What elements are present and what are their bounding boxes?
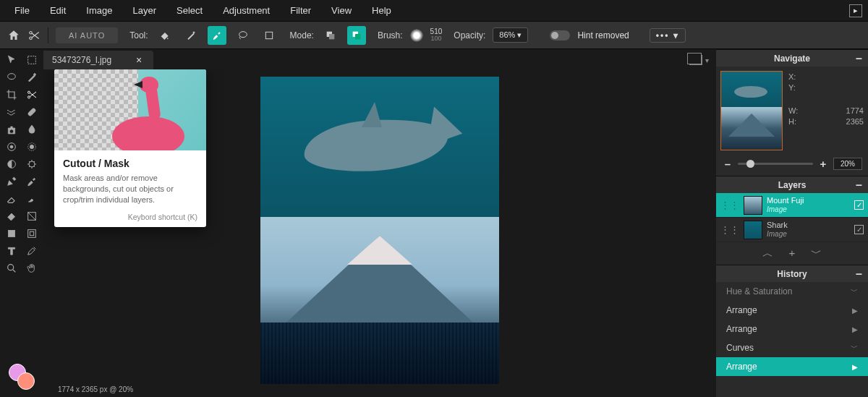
minimize-icon[interactable]: –	[856, 179, 862, 192]
history-item[interactable]: Hue & Saturation﹀	[716, 282, 868, 301]
marquee-tool-icon[interactable]	[25, 54, 38, 67]
zoom-value[interactable]: 20%	[833, 158, 862, 170]
drag-handle-icon[interactable]: ⋮⋮	[720, 200, 739, 210]
color-swatches[interactable]	[9, 364, 35, 390]
eraser-tool-icon[interactable]	[5, 192, 18, 205]
menu-image[interactable]: Image	[77, 2, 121, 19]
scissors-icon[interactable]	[27, 29, 41, 42]
menu-adjustment[interactable]: Adjustment	[214, 2, 278, 19]
close-tab-icon[interactable]: ×	[133, 54, 145, 66]
layer-add-icon[interactable]: +	[789, 247, 796, 260]
picker-tool-icon[interactable]	[25, 244, 38, 257]
nav-x-label: X:	[788, 72, 796, 81]
layer-thumbnail[interactable]	[744, 196, 762, 215]
window-arrange-icon[interactable]	[689, 55, 702, 65]
hand-tool-icon[interactable]	[25, 262, 38, 275]
zoom-slider[interactable]	[738, 163, 813, 165]
lasso-tool-icon[interactable]	[5, 71, 18, 84]
document-tabs: 53473276_l.jpg × ▾	[43, 49, 716, 69]
menu-filter[interactable]: Filter	[281, 2, 320, 19]
wand-tool-icon[interactable]	[25, 71, 38, 84]
layer-up-icon[interactable]: ︿	[762, 247, 773, 260]
nav-y-label: Y:	[788, 83, 796, 92]
home-icon[interactable]	[7, 29, 20, 42]
navigate-panel-header[interactable]: Navigate–	[716, 49, 868, 67]
text-tool-icon[interactable]	[5, 244, 18, 257]
detail-tool-icon[interactable]	[5, 140, 18, 153]
history-item[interactable]: Arrange▶	[716, 320, 868, 338]
fill-tool-icon[interactable]	[5, 210, 18, 223]
blur-tool-icon[interactable]	[25, 123, 38, 136]
document-tab[interactable]: 53473276_l.jpg ×	[43, 51, 153, 69]
menu-layer[interactable]: Layer	[124, 2, 166, 19]
nav-h-label: H:	[788, 117, 796, 126]
history-item[interactable]: Curves﹀	[716, 338, 868, 357]
zoom-in-button[interactable]: +	[817, 158, 829, 170]
zoom-tool-icon[interactable]	[5, 262, 18, 275]
canvas-layer-shark	[260, 77, 499, 217]
drag-handle-icon[interactable]: ⋮⋮	[720, 224, 739, 235]
tool-fill-icon[interactable]	[156, 26, 174, 45]
tool-lasso-icon[interactable]	[234, 26, 252, 45]
tooltip-shortcut: Keybord shortcut (K)	[63, 213, 197, 221]
options-toolbar: AI AUTO Tool: Mode: Brush: 510100 Opacit…	[0, 22, 868, 49]
brush-size-value[interactable]: 510100	[430, 28, 443, 42]
history-item[interactable]: Arrange▶	[716, 357, 868, 376]
crop-tool-icon[interactable]	[5, 88, 18, 101]
clone-tool-icon[interactable]	[5, 123, 18, 136]
mode-subtract-icon[interactable]	[347, 26, 366, 45]
tool-label: Tool:	[129, 30, 148, 40]
nav-w-label: W:	[788, 106, 798, 115]
brush-label: Brush:	[378, 30, 403, 40]
history-panel-header[interactable]: History–	[716, 265, 868, 282]
layer-item[interactable]: ⋮⋮ SharkImage ✓	[716, 218, 868, 242]
layers-panel: ⋮⋮ Mount FujiImage ✓ ⋮⋮ SharkImage ✓ ︿ +…	[716, 193, 868, 265]
tool-wand-icon[interactable]	[182, 26, 200, 45]
layer-thumbnail[interactable]	[744, 221, 762, 239]
svg-point-2	[239, 31, 247, 37]
menu-select[interactable]: Select	[168, 2, 211, 19]
pen-tool-icon[interactable]	[5, 175, 18, 188]
cutout-tool-icon[interactable]	[25, 88, 38, 101]
menu-edit[interactable]: Edit	[41, 2, 75, 19]
menu-file[interactable]: File	[6, 2, 38, 19]
hint-toggle[interactable]	[550, 30, 570, 40]
menu-view[interactable]: View	[323, 2, 360, 19]
zoom-out-button[interactable]: –	[722, 158, 733, 170]
more-options-button[interactable]: ••• ▾	[650, 28, 686, 43]
layer-down-icon[interactable]: ﹀	[811, 247, 822, 260]
menu-help[interactable]: Help	[363, 2, 400, 19]
toggle-panels-icon[interactable]: ▸	[849, 4, 862, 17]
sponge-tool-icon[interactable]	[25, 140, 38, 153]
toolbox	[0, 49, 43, 397]
heal-tool-icon[interactable]	[25, 106, 38, 119]
layers-panel-header[interactable]: Layers–	[716, 176, 868, 193]
layer-type: Image	[767, 230, 850, 239]
burn-tool-icon[interactable]	[25, 158, 38, 171]
canvas-area[interactable]: Cutout / Mask Mask areas and/or remove b…	[43, 69, 716, 384]
canvas[interactable]	[260, 77, 499, 384]
layer-visibility-checkbox[interactable]: ✓	[854, 200, 864, 210]
arrow-tool-icon[interactable]	[5, 54, 18, 67]
frame-tool-icon[interactable]	[25, 227, 38, 240]
history-item[interactable]: Arrange▶	[716, 301, 868, 320]
tool-brush-icon[interactable]	[208, 26, 226, 45]
svg-rect-5	[329, 34, 334, 39]
gradient-tool-icon[interactable]	[25, 210, 38, 223]
layer-visibility-checkbox[interactable]: ✓	[854, 225, 864, 234]
minimize-icon[interactable]: –	[856, 52, 862, 65]
opacity-dropdown[interactable]: 86% ▾	[493, 27, 528, 43]
navigator-thumbnail[interactable]	[720, 71, 783, 150]
ai-auto-button[interactable]: AI AUTO	[56, 27, 118, 43]
shape-tool-icon[interactable]	[5, 227, 18, 240]
brush-preview-icon[interactable]	[410, 29, 423, 42]
mode-add-icon[interactable]	[321, 26, 340, 45]
liquify-tool-icon[interactable]	[5, 106, 18, 119]
layer-item[interactable]: ⋮⋮ Mount FujiImage ✓	[716, 193, 868, 218]
tool-shape-icon[interactable]	[260, 26, 278, 45]
dodge-tool-icon[interactable]	[5, 158, 18, 171]
brush-tool-icon[interactable]	[25, 175, 38, 188]
smudge-tool-icon[interactable]	[25, 192, 38, 205]
minimize-icon[interactable]: –	[856, 268, 862, 281]
menu-bar: File Edit Image Layer Select Adjustment …	[0, 0, 868, 22]
